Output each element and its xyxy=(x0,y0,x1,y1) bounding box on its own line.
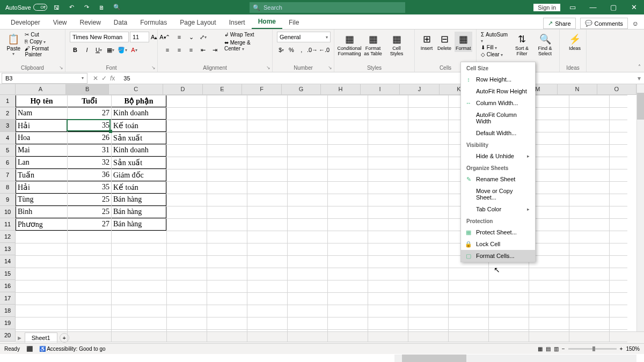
data-cell[interactable]: Lan xyxy=(16,157,67,169)
paste-button[interactable]: 📋 Paste ▾ xyxy=(4,32,23,57)
row-header-9[interactable]: 9 xyxy=(0,194,16,206)
number-launcher[interactable]: ↘ xyxy=(328,65,332,70)
align-left-icon[interactable]: ≡ xyxy=(162,45,173,55)
save-icon[interactable]: 🖫 xyxy=(52,2,62,13)
alignment-launcher[interactable]: ↘ xyxy=(266,65,270,70)
row-header-20[interactable]: 20 xyxy=(0,329,16,342)
tab-file[interactable]: File xyxy=(282,16,305,29)
data-cell[interactable]: Kế toán xyxy=(111,120,166,132)
signin-button[interactable]: Sign in xyxy=(533,4,560,11)
clear-button[interactable]: ◇ Clear ▾ xyxy=(481,51,509,57)
header-cell[interactable]: Tuổi xyxy=(67,95,111,107)
data-cell[interactable]: Mai xyxy=(16,144,67,157)
row-header-12[interactable]: 12 xyxy=(0,231,16,243)
menu-rename-sheet[interactable]: ✎Rename Sheet xyxy=(461,173,535,185)
data-cell[interactable]: Hoa xyxy=(16,132,67,144)
col-header-D[interactable]: D xyxy=(163,84,202,94)
data-cell[interactable]: Hải xyxy=(16,120,67,132)
tab-view[interactable]: View xyxy=(47,16,74,29)
format-as-table-button[interactable]: ▦Format as Table xyxy=(362,32,384,57)
tab-insert[interactable]: Insert xyxy=(223,16,252,29)
borders-button[interactable]: ▦▾ xyxy=(105,45,116,55)
view-normal-icon[interactable]: ▦ xyxy=(538,346,543,352)
row-header-10[interactable]: 10 xyxy=(0,206,16,218)
row-header-5[interactable]: 5 xyxy=(0,144,16,157)
col-header-O[interactable]: O xyxy=(597,84,636,94)
maximize-icon[interactable]: ▢ xyxy=(605,0,621,14)
format-painter-button[interactable]: 🖌 Format Painter xyxy=(25,46,61,57)
data-cell[interactable]: 27 xyxy=(67,107,111,120)
tab-data[interactable]: Data xyxy=(107,16,134,29)
data-cell[interactable]: Bán hàng xyxy=(111,218,166,231)
row-header-19[interactable]: 19 xyxy=(0,317,16,329)
formula-input[interactable]: 35 xyxy=(120,75,634,82)
name-box[interactable]: B3▾ xyxy=(2,73,87,84)
align-center-icon[interactable]: ≡ xyxy=(174,45,185,55)
data-cell[interactable]: Bán hàng xyxy=(111,206,166,218)
data-cell[interactable]: Giám đốc xyxy=(111,169,166,181)
data-cell[interactable]: 25 xyxy=(67,206,111,218)
macro-record-icon[interactable]: ⬛ xyxy=(26,346,33,352)
italic-button[interactable]: I xyxy=(82,45,92,55)
data-cell[interactable]: Bình xyxy=(16,206,67,218)
tab-review[interactable]: Review xyxy=(74,16,107,29)
fill-button[interactable]: ⬇ Fill ▾ xyxy=(481,45,509,50)
cut-button[interactable]: ✂ Cut xyxy=(25,32,61,38)
row-header-7[interactable]: 7 xyxy=(0,169,16,181)
zoom-slider[interactable] xyxy=(568,348,617,350)
align-top-icon[interactable]: ⌃ xyxy=(162,32,173,42)
fx-icon[interactable]: fx xyxy=(110,75,115,82)
data-cell[interactable]: Sản xuất xyxy=(111,157,166,169)
cancel-formula-icon[interactable]: ✕ xyxy=(93,75,98,82)
accessibility-status[interactable]: ♿ Accessibility: Good to go xyxy=(39,346,106,352)
increase-decimal-icon[interactable]: .0→ xyxy=(307,45,318,55)
font-launcher[interactable]: ↘ xyxy=(151,65,156,70)
minimize-icon[interactable]: — xyxy=(585,0,601,14)
orientation-icon[interactable]: ⤢▾ xyxy=(197,32,208,42)
spreadsheet-grid[interactable]: ABCDEFGHIJKLMNO 123456789101112131415161… xyxy=(0,84,644,331)
sort-filter-button[interactable]: ⇅Sort & Filter xyxy=(512,32,532,57)
menu-protect-sheet[interactable]: ▦Protect Sheet... xyxy=(461,226,535,238)
comments-button[interactable]: 💬Comments xyxy=(580,18,628,29)
copy-button[interactable]: ⎘ Copy ▾ xyxy=(25,39,61,45)
data-cell[interactable]: Kế toán xyxy=(111,181,166,194)
menu-autofit-col[interactable]: AutoFit Column Width xyxy=(461,109,535,127)
menu-row-height[interactable]: ↕Row Height... xyxy=(461,73,535,85)
data-cell[interactable]: 31 xyxy=(67,144,111,157)
menu-col-width[interactable]: ↔Column Width... xyxy=(461,97,535,109)
header-cell[interactable]: Họ tên xyxy=(16,95,67,107)
row-header-11[interactable]: 11 xyxy=(0,218,16,231)
view-pagebreak-icon[interactable]: ▥ xyxy=(554,346,559,352)
menu-hide-unhide[interactable]: Hide & Unhide▸ xyxy=(461,150,535,162)
data-cell[interactable]: 25 xyxy=(67,194,111,206)
tab-formulas[interactable]: Formulas xyxy=(134,16,173,29)
currency-icon[interactable]: $▾ xyxy=(277,45,286,55)
decrease-decimal-icon[interactable]: ←.0 xyxy=(319,45,330,55)
col-header-N[interactable]: N xyxy=(558,84,597,94)
row-header-8[interactable]: 8 xyxy=(0,181,16,194)
font-size-input[interactable] xyxy=(130,32,149,42)
zoom-out-icon[interactable]: − xyxy=(562,346,565,352)
ideas-button[interactable]: ⚡Ideas xyxy=(564,32,586,52)
data-cell[interactable]: 35 xyxy=(67,120,111,132)
redo-icon[interactable]: ↷ xyxy=(82,2,92,13)
data-cell[interactable]: Kinh doanh xyxy=(111,107,166,120)
col-header-F[interactable]: F xyxy=(242,84,281,94)
delete-cells-button[interactable]: ⊟Delete xyxy=(436,32,452,52)
insert-cells-button[interactable]: ⊞Insert xyxy=(419,32,434,52)
row-header-18[interactable]: 18 xyxy=(0,305,16,317)
find-icon[interactable]: 🔍 xyxy=(112,2,122,13)
row-header-17[interactable]: 17 xyxy=(0,292,16,305)
decrease-indent-icon[interactable]: ⇤ xyxy=(197,45,208,55)
menu-move-copy[interactable]: Move or Copy Sheet... xyxy=(461,185,535,203)
data-cell[interactable]: Hải xyxy=(16,181,67,194)
enter-formula-icon[interactable]: ✓ xyxy=(101,75,107,82)
row-header-6[interactable]: 6 xyxy=(0,157,16,169)
search-box[interactable]: 🔍 Search xyxy=(250,2,405,13)
zoom-in-icon[interactable]: + xyxy=(620,346,623,352)
menu-default-width[interactable]: Default Width... xyxy=(461,127,535,139)
menu-tab-color[interactable]: Tab Color▸ xyxy=(461,203,535,215)
tab-page-layout[interactable]: Page Layout xyxy=(173,16,222,29)
col-header-E[interactable]: E xyxy=(203,84,242,94)
col-header-G[interactable]: G xyxy=(282,84,321,94)
